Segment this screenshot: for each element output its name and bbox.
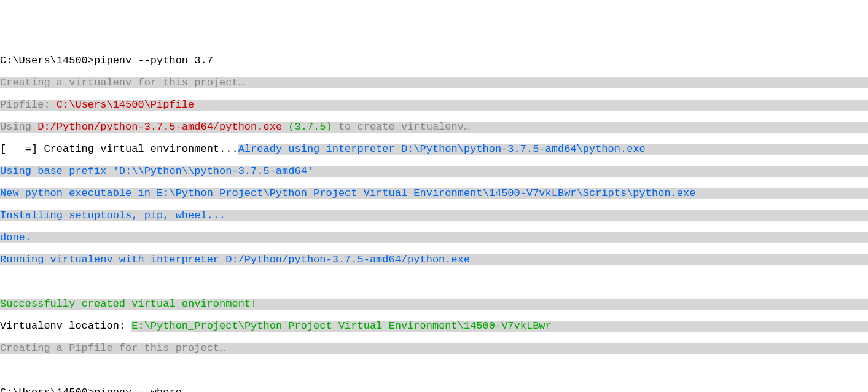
output-line: Virtualenv location: E:\Python_Project\P… (0, 321, 868, 332)
blank-line (0, 276, 868, 288)
blank-line (0, 365, 868, 376)
output-line: Creating a virtualenv for this project… (0, 77, 868, 88)
output-line: [ =] Creating virtual environment...Alre… (0, 144, 868, 155)
prompt-path: C:\Users\14500> (0, 386, 94, 392)
command-text: pipenv --python 3.7 (94, 55, 213, 66)
output-line: Creating a Pipfile for this project… (0, 343, 868, 354)
output-line: New python executable in E:\Python_Proje… (0, 188, 868, 199)
prompt-path: C:\Users\14500> (0, 55, 94, 66)
output-line: Using base prefix 'D:\\Python\\python-3.… (0, 166, 868, 177)
output-line: Successfully created virtual environment… (0, 299, 868, 310)
prompt-line-2: C:\Users\14500>pipenv --where (0, 387, 868, 392)
terminal[interactable]: C:\Users\14500>pipenv --python 3.7 Creat… (0, 44, 868, 392)
output-line: Pipfile: C:\Users\14500\Pipfile (0, 100, 868, 111)
output-line: done. (0, 232, 868, 243)
output-line: Using D:/Python/python-3.7.5-amd64/pytho… (0, 122, 868, 133)
output-line: Running virtualenv with interpreter D:/P… (0, 254, 868, 265)
command-text: pipenv --where (94, 386, 182, 392)
output-line: Installing setuptools, pip, wheel... (0, 210, 868, 221)
prompt-line-1: C:\Users\14500>pipenv --python 3.7 (0, 55, 868, 66)
